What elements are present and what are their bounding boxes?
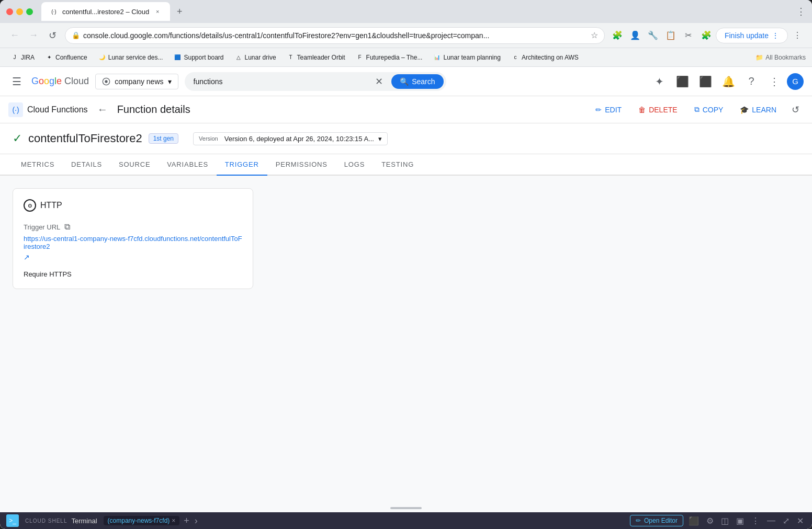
bookmark-item-lunar-service[interactable]: 🌙 Lunar service des... xyxy=(94,51,167,64)
external-link-icon[interactable]: ↗ xyxy=(24,253,30,261)
shell-expand-button[interactable]: ⤢ xyxy=(781,515,792,527)
scroll-handle[interactable] xyxy=(390,507,422,509)
service-name: Cloud Functions xyxy=(27,105,88,114)
gc-header: ☰ Google Cloud company news ▾ ✕ 🔍 Search xyxy=(0,67,812,96)
navigation-menu-button[interactable]: ☰ xyxy=(8,73,25,90)
open-editor-button[interactable]: ✏ Open Editor xyxy=(630,515,683,526)
traffic-light-green[interactable] xyxy=(26,8,33,15)
cloud-functions-logo: (·) xyxy=(8,102,23,117)
cloud-shell-tab-close[interactable]: × xyxy=(172,517,175,524)
version-selector[interactable]: Version Version 6, deployed at Apr 26, 2… xyxy=(193,132,388,145)
all-bookmarks-button[interactable]: 📁 All Bookmarks xyxy=(755,54,806,61)
http-icon: ⊙ xyxy=(24,199,36,212)
navigation-bar: ← → ↺ 🔒 console.cloud.google.com/functio… xyxy=(0,23,812,48)
traffic-light-yellow[interactable] xyxy=(16,8,23,15)
tab-metrics[interactable]: METRICS xyxy=(13,154,63,176)
tab-variables[interactable]: VARIABLES xyxy=(159,154,217,176)
shell-minimize-button[interactable]: — xyxy=(765,515,777,526)
back-navigation-button[interactable]: ← xyxy=(94,101,111,118)
tab-details[interactable]: DETAILS xyxy=(63,154,110,176)
cloud-shell-add-tab-button[interactable]: + xyxy=(184,515,189,526)
bookmark-item-futurepedia[interactable]: F Futurepedia – The... xyxy=(352,51,427,64)
aws-favicon: c xyxy=(511,53,520,62)
drive-favicon: △ xyxy=(234,53,243,62)
svg-text:(·): (·) xyxy=(12,106,19,114)
new-tab-button[interactable]: + xyxy=(172,4,187,19)
address-bar[interactable]: 🔒 console.cloud.google.com/functions/det… xyxy=(65,27,605,44)
tab-source[interactable]: SOURCE xyxy=(110,154,159,176)
project-icon xyxy=(102,77,110,86)
function-name: contentfulToFirestore2 xyxy=(28,132,142,145)
google-cloud-logo[interactable]: Google Cloud xyxy=(31,76,89,87)
shell-action-icon-4[interactable]: ▣ xyxy=(734,515,746,527)
tab-logs[interactable]: LOGS xyxy=(336,154,373,176)
bookmark-item-support[interactable]: 🟦 Support board xyxy=(169,51,228,64)
cloud-shell-tab-bar: >_ CLOUD SHELL Terminal (company-news-f7… xyxy=(0,512,812,529)
traffic-light-red[interactable] xyxy=(6,8,13,15)
learn-icon: 🎓 xyxy=(740,106,749,114)
bookmarks-bar: J JIRA ✦ Confluence 🌙 Lunar service des.… xyxy=(0,48,812,67)
browser-tab-active[interactable]: (·) contentful...irestore2 – Cloud × xyxy=(41,2,170,21)
extensions-icon[interactable]: 🧩 xyxy=(609,27,626,44)
cloud-shell-terminal-icon: >_ xyxy=(6,514,19,527)
cloud-shell-tab-label: (company-news-f7cfd) xyxy=(108,517,170,524)
notification-icon[interactable]: 🔔 xyxy=(718,71,739,92)
tab-permissions[interactable]: PERMISSIONS xyxy=(267,154,336,176)
search-bar[interactable]: ✕ 🔍 Search xyxy=(185,72,446,91)
scissors-icon[interactable]: ✂ xyxy=(680,27,697,44)
function-header: ✓ contentfulToFirestore2 1st gen Version… xyxy=(0,123,812,154)
bookmark-item-aws[interactable]: c Architecting on AWS xyxy=(507,51,583,64)
delete-button[interactable]: 🗑 DELETE xyxy=(632,102,683,117)
bookmark-item-jira[interactable]: J JIRA xyxy=(6,51,39,64)
search-button[interactable]: 🔍 Search xyxy=(391,74,443,89)
shell-action-icon-3[interactable]: ◫ xyxy=(719,515,731,527)
trigger-url-copy-icon[interactable]: ⧉ xyxy=(64,222,70,232)
search-input[interactable] xyxy=(194,77,367,86)
puzzle-icon[interactable]: 🧩 xyxy=(698,27,715,44)
bookmark-star-icon[interactable]: ☆ xyxy=(591,30,598,40)
back-button[interactable]: ← xyxy=(6,27,23,44)
bookmark-item-teamleader[interactable]: T Teamleader Orbit xyxy=(283,51,349,64)
forward-button[interactable]: → xyxy=(25,27,42,44)
help-icon[interactable]: ? xyxy=(741,71,762,92)
edit-button[interactable]: ✏ EDIT xyxy=(589,102,628,117)
bookmark-item-lunar-planning[interactable]: 📊 Lunar team planning xyxy=(428,51,504,64)
learn-button[interactable]: 🎓 LEARN xyxy=(734,102,783,117)
open-editor-icon: ✏ xyxy=(636,517,641,524)
chrome-menu-button[interactable]: ⋮ xyxy=(789,27,806,44)
profile-icon[interactable]: 👤 xyxy=(627,27,644,44)
bookmark-label: JIRA xyxy=(21,54,35,61)
shell-action-menu-button[interactable]: ⋮ xyxy=(749,515,762,527)
trigger-url-link[interactable]: https://us-central1-company-news-f7cfd.c… xyxy=(24,235,242,250)
version-dropdown-icon: ▾ xyxy=(378,135,382,143)
futurepedia-favicon: F xyxy=(356,53,364,62)
search-clear-button[interactable]: ✕ xyxy=(370,73,387,90)
copy-button[interactable]: ⧉ COPY xyxy=(688,102,730,117)
shell-close-button[interactable]: ✕ xyxy=(795,515,806,527)
browser-titlebar: (·) contentful...irestore2 – Cloud × + ⋮ xyxy=(0,0,812,23)
settings-icon[interactable]: ⋮ xyxy=(764,71,785,92)
bookmark-label: Confluence xyxy=(55,54,87,61)
tab-trigger[interactable]: TRIGGER xyxy=(217,154,267,176)
sparkle-icon[interactable]: ✦ xyxy=(649,71,670,92)
extension-icon-2[interactable]: 🔧 xyxy=(645,27,661,44)
refresh-button[interactable]: ↺ xyxy=(44,27,61,44)
shell-action-icon-1[interactable]: ⬛ xyxy=(686,515,701,527)
page-refresh-button[interactable]: ↺ xyxy=(787,101,804,118)
extension-icon-3[interactable]: 📋 xyxy=(662,27,679,44)
project-selector[interactable]: company news ▾ xyxy=(95,74,178,89)
edit-icon: ✏ xyxy=(595,106,602,114)
cloud-shell-chevron-icon[interactable]: › xyxy=(195,515,198,526)
finish-update-button[interactable]: Finish update ⋮ xyxy=(716,28,788,43)
user-avatar[interactable]: G xyxy=(787,73,804,90)
bookmark-item-confluence[interactable]: ✦ Confluence xyxy=(41,51,92,64)
terminal-icon[interactable]: ⬛ xyxy=(695,71,716,92)
tab-close-button[interactable]: × xyxy=(153,7,162,16)
cloud-shell-tab[interactable]: (company-news-f7cfd) × xyxy=(104,516,180,525)
tab-testing[interactable]: TESTING xyxy=(373,154,422,176)
bookmark-item-drive[interactable]: △ Lunar drive xyxy=(230,51,280,64)
browser-menu-button[interactable]: ⋮ xyxy=(796,6,806,17)
bookmark-label: Lunar team planning xyxy=(443,54,500,61)
cloud-shell-icon[interactable]: ⬛ xyxy=(672,71,693,92)
shell-action-icon-2[interactable]: ⚙ xyxy=(704,515,716,527)
